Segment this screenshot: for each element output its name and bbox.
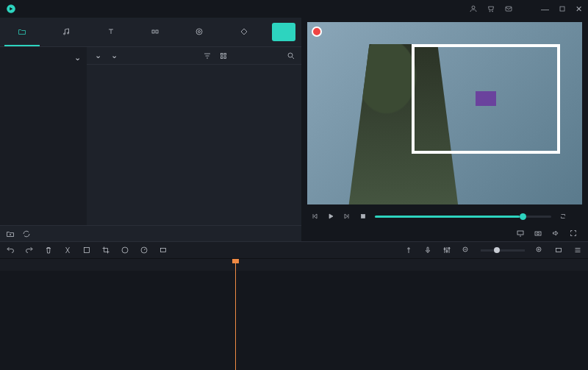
filter-icon[interactable] xyxy=(203,51,212,60)
record-dropdown[interactable]: ⌄ xyxy=(109,51,118,60)
svg-point-10 xyxy=(198,30,201,32)
speed-icon[interactable] xyxy=(140,246,148,255)
tab-media[interactable] xyxy=(0,18,44,46)
maximize-button[interactable] xyxy=(558,4,567,13)
svg-rect-18 xyxy=(517,231,523,235)
zoom-out-icon[interactable] xyxy=(462,246,470,255)
svg-rect-24 xyxy=(161,249,166,252)
preview-panel xyxy=(301,18,588,241)
account-icon[interactable] xyxy=(469,4,478,13)
folder-icon xyxy=(18,27,26,36)
tab-elements[interactable] xyxy=(222,18,266,46)
playback-controls xyxy=(307,207,582,225)
svg-point-16 xyxy=(288,53,293,57)
fullscreen-icon[interactable] xyxy=(569,229,578,238)
export-button[interactable] xyxy=(272,23,295,41)
next-frame-button[interactable] xyxy=(343,212,351,221)
timeline xyxy=(0,259,588,370)
volume-icon[interactable] xyxy=(551,229,560,238)
svg-rect-4 xyxy=(506,7,512,11)
refresh-icon[interactable] xyxy=(22,230,31,238)
crop-icon[interactable] xyxy=(101,246,110,255)
marker-icon[interactable] xyxy=(404,246,413,255)
preview-tools xyxy=(307,225,582,241)
chevron-down-icon: ⌄ xyxy=(74,53,81,63)
svg-point-11 xyxy=(196,29,202,35)
timeline-ruler[interactable] xyxy=(0,259,588,271)
media-footer xyxy=(0,225,301,241)
edit-clip-icon[interactable] xyxy=(82,246,91,255)
search-icon[interactable] xyxy=(287,51,295,60)
import-dropdown[interactable]: ⌄ xyxy=(93,51,101,60)
playhead[interactable] xyxy=(235,259,236,370)
preview-scrubber[interactable] xyxy=(375,216,551,218)
tab-audio[interactable] xyxy=(44,18,88,46)
svg-rect-15 xyxy=(224,57,226,59)
delete-icon[interactable] xyxy=(44,246,53,255)
prev-frame-button[interactable] xyxy=(310,212,319,221)
chevron-down-icon: ⌄ xyxy=(95,51,101,60)
logo-icon xyxy=(6,4,16,14)
color-icon[interactable] xyxy=(121,246,129,255)
svg-rect-5 xyxy=(560,7,564,11)
split-icon[interactable] xyxy=(63,246,72,255)
svg-rect-9 xyxy=(156,30,158,33)
svg-rect-25 xyxy=(427,247,429,251)
minimize-button[interactable]: — xyxy=(541,4,549,13)
module-tabs xyxy=(0,18,301,47)
tab-effects[interactable] xyxy=(177,18,221,46)
edit-toolbar xyxy=(0,241,588,259)
chevron-down-icon: ⌄ xyxy=(111,51,118,60)
message-icon[interactable] xyxy=(504,4,513,13)
display-icon[interactable] xyxy=(516,229,525,238)
svg-point-7 xyxy=(68,32,69,34)
search-input[interactable] xyxy=(235,51,279,60)
transition-icon xyxy=(151,27,159,36)
add-folder-icon[interactable] xyxy=(6,230,15,238)
svg-rect-13 xyxy=(224,53,226,55)
record-indicator-icon xyxy=(312,26,322,37)
svg-point-2 xyxy=(490,11,490,12)
snapshot-icon[interactable] xyxy=(534,229,542,238)
redo-icon[interactable] xyxy=(25,246,34,255)
svg-rect-8 xyxy=(152,30,154,33)
media-sidebar: ⌄ xyxy=(0,47,87,225)
svg-point-1 xyxy=(472,6,475,9)
svg-point-20 xyxy=(537,232,539,235)
svg-rect-12 xyxy=(221,53,223,55)
stop-button[interactable] xyxy=(359,212,368,221)
title-overlay xyxy=(412,44,560,154)
play-button[interactable] xyxy=(326,212,335,221)
svg-point-6 xyxy=(64,33,65,35)
zoom-in-icon[interactable] xyxy=(535,246,544,255)
sidebar-item-video[interactable] xyxy=(4,74,82,79)
green-screen-icon[interactable] xyxy=(159,246,168,255)
media-grid xyxy=(87,65,301,225)
undo-icon[interactable] xyxy=(6,246,15,255)
project-folder[interactable]: ⌄ xyxy=(4,50,82,65)
cart-icon[interactable] xyxy=(487,4,495,13)
media-toolbar: ⌄ ⌄ xyxy=(87,47,301,65)
svg-rect-17 xyxy=(362,215,365,218)
music-icon xyxy=(62,27,71,36)
elements-icon xyxy=(240,27,248,36)
svg-point-3 xyxy=(492,11,493,12)
mixer-icon[interactable] xyxy=(442,246,451,255)
zoom-slider[interactable] xyxy=(481,249,525,252)
grid-view-icon[interactable] xyxy=(219,51,228,60)
voiceover-icon[interactable] xyxy=(423,246,432,255)
svg-rect-21 xyxy=(85,248,90,253)
title-bar: — ✕ xyxy=(0,0,588,18)
close-button[interactable]: ✕ xyxy=(576,4,582,14)
svg-rect-31 xyxy=(556,249,562,252)
svg-rect-14 xyxy=(221,57,223,59)
timeline-tracks xyxy=(0,271,588,370)
track-manager-icon[interactable] xyxy=(573,246,582,255)
loop-icon[interactable] xyxy=(559,212,567,221)
effects-icon xyxy=(195,27,204,36)
zoom-fit-icon[interactable] xyxy=(554,246,563,255)
tab-titles[interactable] xyxy=(89,18,133,46)
preview-viewport[interactable] xyxy=(307,22,582,204)
tab-transitions[interactable] xyxy=(133,18,177,46)
text-icon xyxy=(107,27,115,36)
